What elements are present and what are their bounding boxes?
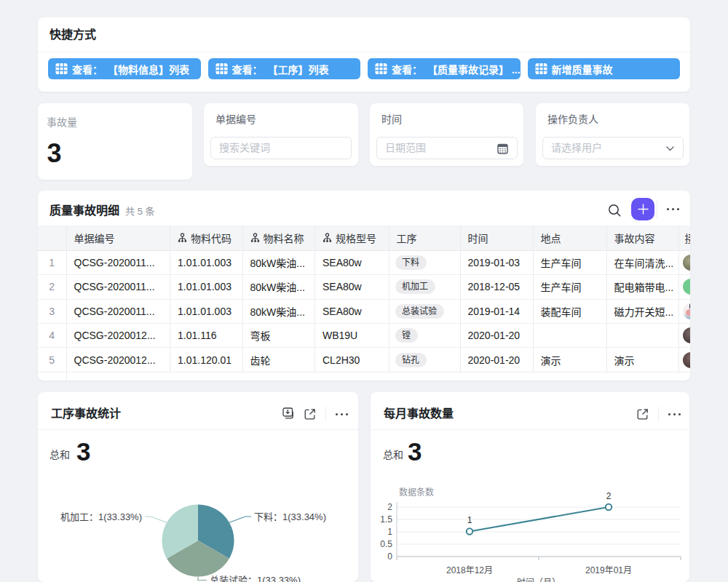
svg-text:数据条数: 数据条数	[399, 487, 434, 498]
svg-text:时间（月）: 时间（月）	[517, 578, 561, 582]
svg-text:1.5: 1.5	[380, 514, 392, 525]
svg-text:1: 1	[387, 527, 392, 537]
svg-text:总装试验：1(33.33%): 总装试验：1(33.33%)	[210, 575, 301, 582]
svg-text:下料：1(33.34%): 下料：1(33.34%)	[254, 511, 326, 522]
svg-text:2018年12月: 2018年12月	[446, 565, 493, 575]
svg-text:2: 2	[606, 491, 612, 501]
svg-text:0.5: 0.5	[380, 539, 392, 549]
svg-text:机加工：1(33.33%): 机加工：1(33.33%)	[60, 511, 142, 522]
svg-text:1: 1	[467, 515, 472, 525]
svg-text:2: 2	[387, 502, 392, 512]
svg-text:2019年01月: 2019年01月	[585, 565, 632, 575]
svg-text:0: 0	[387, 551, 392, 562]
